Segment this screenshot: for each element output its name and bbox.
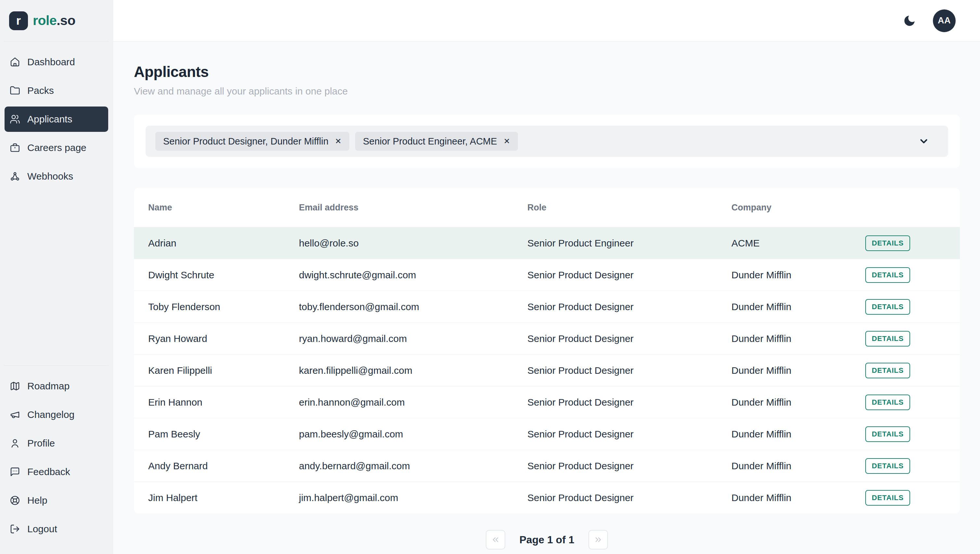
sidebar-item-label: Profile [27, 438, 55, 449]
applicant-role: Senior Product Engineer [527, 238, 731, 249]
sidebar-item-packs[interactable]: Packs [5, 78, 108, 103]
user-icon [10, 438, 20, 449]
pagination: Page 1 of 1 [134, 530, 960, 549]
megaphone-icon [10, 409, 20, 420]
applicant-email: erin.hannon@gmail.com [299, 397, 527, 408]
sidebar-footer-nav: Roadmap Changelog Profile Feedback Help … [0, 366, 113, 554]
sidebar-item-changelog[interactable]: Changelog [5, 402, 108, 427]
filter-tag: Senior Product Designer, Dunder Mifflin … [155, 132, 349, 151]
table-row: Toby Flenderson toby.flenderson@gmail.co… [134, 291, 960, 322]
applicant-name: Erin Hannon [148, 397, 299, 408]
applicants-table: Name Email address Role Company Adrian h… [134, 188, 960, 513]
sidebar-item-label: Careers page [27, 142, 86, 153]
table-row: Karen Filippelli karen.filippelli@gmail.… [134, 354, 960, 386]
details-button[interactable]: DETAILS [865, 427, 910, 442]
applicant-email: toby.flenderson@gmail.com [299, 301, 527, 312]
sidebar-item-profile[interactable]: Profile [5, 431, 108, 456]
sidebar-item-label: Dashboard [27, 57, 75, 68]
details-button[interactable]: DETAILS [865, 236, 910, 251]
table-row: Andy Bernard andy.bernard@gmail.com Seni… [134, 450, 960, 482]
applicant-company: Dunder Mifflin [731, 269, 865, 280]
message-dots-icon [10, 466, 20, 477]
applicant-role: Senior Product Designer [527, 301, 731, 312]
brand-logo-mark: r [9, 11, 28, 30]
applicant-name: Jim Halpert [148, 492, 299, 503]
briefcase-icon [10, 143, 20, 153]
moon-icon [903, 14, 916, 28]
details-button[interactable]: DETAILS [865, 267, 910, 283]
sidebar-item-label: Webhooks [27, 171, 73, 182]
page-title: Applicants [134, 63, 960, 81]
applicant-company: Dunder Mifflin [731, 333, 865, 344]
avatar[interactable]: AA [933, 10, 956, 32]
table-row: Ryan Howard ryan.howard@gmail.com Senior… [134, 322, 960, 354]
chevrons-right-icon [594, 535, 603, 544]
applicant-email: karen.filippelli@gmail.com [299, 365, 527, 376]
brand-logo-text: role.so [33, 13, 75, 28]
home-icon [10, 57, 20, 67]
sidebar-item-roadmap[interactable]: Roadmap [5, 373, 108, 399]
applicant-name: Karen Filippelli [148, 365, 299, 376]
details-button[interactable]: DETAILS [865, 395, 910, 410]
chevron-down-icon[interactable] [918, 136, 939, 147]
sidebar-item-dashboard[interactable]: Dashboard [5, 49, 108, 75]
column-header-role: Role [527, 203, 731, 213]
filter-multiselect[interactable]: Senior Product Designer, Dunder Mifflin … [145, 126, 948, 157]
table-header-row: Name Email address Role Company [134, 188, 960, 227]
sidebar-item-careers-page[interactable]: Careers page [5, 135, 108, 161]
applicant-role: Senior Product Designer [527, 492, 731, 503]
sidebar-item-label: Applicants [27, 114, 72, 125]
sidebar-item-logout[interactable]: Logout [5, 516, 108, 542]
theme-toggle-button[interactable] [902, 13, 917, 29]
main-content: Applicants View and manage all your appl… [113, 41, 980, 554]
users-icon [10, 114, 20, 124]
table-row: Jim Halpert jim.halpert@gmail.com Senior… [134, 482, 960, 513]
brand-logo[interactable]: r role.so [0, 0, 113, 41]
applicant-company: Dunder Mifflin [731, 365, 865, 376]
details-button[interactable]: DETAILS [865, 363, 910, 378]
brand-name-secondary: .so [56, 13, 75, 28]
sidebar-item-label: Feedback [27, 466, 70, 478]
first-page-button[interactable] [486, 530, 505, 549]
remove-tag-icon[interactable]: ✕ [335, 137, 342, 145]
table-row: Adrian hello@role.so Senior Product Engi… [134, 227, 960, 259]
applicant-name: Ryan Howard [148, 333, 299, 344]
column-header-company: Company [731, 203, 865, 213]
remove-tag-icon[interactable]: ✕ [504, 137, 510, 145]
table-row: Dwight Schrute dwight.schrute@gmail.com … [134, 259, 960, 291]
applicant-company: ACME [731, 238, 865, 249]
table-row: Erin Hannon erin.hannon@gmail.com Senior… [134, 386, 960, 418]
applicant-name: Toby Flenderson [148, 301, 299, 312]
sidebar-item-help[interactable]: Help [5, 488, 108, 513]
applicant-role: Senior Product Designer [527, 269, 731, 280]
applicant-email: ryan.howard@gmail.com [299, 333, 527, 344]
webhook-icon [10, 171, 20, 181]
details-button[interactable]: DETAILS [865, 458, 910, 474]
applicant-role: Senior Product Designer [527, 429, 731, 440]
sidebar-item-label: Help [27, 495, 48, 506]
sidebar-main-nav: Dashboard Packs Applicants Careers page … [0, 41, 113, 192]
sidebar-item-feedback[interactable]: Feedback [5, 459, 108, 484]
applicant-name: Pam Beesly [148, 429, 299, 440]
filter-tag: Senior Product Engineer, ACME ✕ [355, 132, 518, 151]
sidebar-item-label: Changelog [27, 409, 74, 420]
map-icon [10, 381, 20, 391]
applicant-name: Dwight Schrute [148, 269, 299, 280]
applicant-email: dwight.schrute@gmail.com [299, 269, 527, 280]
page-subtitle: View and manage all your applicants in o… [134, 86, 960, 97]
applicant-role: Senior Product Designer [527, 397, 731, 408]
filter-card: Senior Product Designer, Dunder Mifflin … [134, 115, 960, 168]
sidebar-item-label: Roadmap [27, 380, 70, 392]
table-row: Pam Beesly pam.beesly@gmail.com Senior P… [134, 418, 960, 450]
applicant-role: Senior Product Designer [527, 333, 731, 344]
details-button[interactable]: DETAILS [865, 490, 910, 506]
last-page-button[interactable] [589, 530, 608, 549]
sidebar-spacer [0, 192, 113, 365]
folder-icon [10, 85, 20, 96]
filter-tag-label: Senior Product Engineer, ACME [363, 136, 497, 147]
sidebar-item-webhooks[interactable]: Webhooks [5, 164, 108, 189]
details-button[interactable]: DETAILS [865, 331, 910, 347]
applicant-email: hello@role.so [299, 238, 527, 249]
details-button[interactable]: DETAILS [865, 299, 910, 315]
sidebar-item-applicants[interactable]: Applicants [5, 107, 108, 132]
